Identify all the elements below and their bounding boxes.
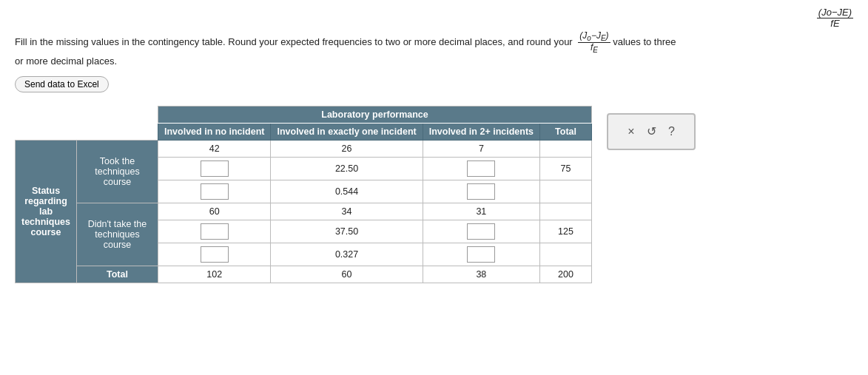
total-col1: 102 [158,266,271,283]
group1-label: Took the techniques course [77,140,158,203]
g2-r1-col4 [540,203,592,220]
g1-r2-col3-input[interactable] [467,161,495,177]
g2-r1-col1: 60 [158,203,271,220]
g2-r2-col4: 125 [540,220,592,243]
g1-r3-col1[interactable] [158,180,271,203]
g2-r3-col4 [540,243,592,266]
g1-r2-col4: 75 [540,157,592,180]
g1-r1-col3: 7 [423,140,539,157]
g2-r3-col3-input[interactable] [467,246,495,263]
main-layout: Laboratory performance Involved in no in… [15,106,853,283]
g2-r3-col3[interactable] [423,243,539,266]
group2-label: Didn't take the techniques course [77,203,158,266]
g2-r2-col3-input[interactable] [467,223,495,240]
close-icon[interactable]: × [628,125,634,138]
col-header-no-incident: Involved in no incident [158,123,271,140]
total-col4: 200 [540,266,592,283]
column-header-row: Involved in no incident Involved in exac… [16,123,592,140]
g2-r2-col1[interactable] [158,220,271,243]
g2-r1-col2: 34 [271,203,423,220]
g2-r2-col2: 37.50 [271,220,423,243]
g1-r3-col2: 0.544 [271,180,423,203]
contingency-table: Laboratory performance Involved in no in… [15,106,592,283]
send-data-button[interactable]: Send data to Excel [15,76,109,92]
g1-r1-col1: 42 [158,140,271,157]
g1-r3-col1-input[interactable] [201,183,229,200]
total-row: Total 102 60 38 200 [16,266,592,283]
g1-r2-col2: 22.50 [271,157,423,180]
table-row: Didn't take the techniques course 60 34 … [16,203,592,220]
status-row-label: Status regarding lab techniques course [16,140,77,283]
col-header-one-incident: Involved in exactly one incident [271,123,423,140]
refresh-icon[interactable]: ↺ [647,124,656,138]
col-header-total: Total [540,123,592,140]
g1-r3-col3[interactable] [423,180,539,203]
g1-r1-col2: 26 [271,140,423,157]
g2-r2-col3[interactable] [423,220,539,243]
g2-r3-col2: 0.327 [271,243,423,266]
dialog-box: × ↺ ? [607,113,696,150]
g1-r3-col4 [540,180,592,203]
formula-fraction: (Jo−JE) fE [817,7,853,30]
g1-r1-col4 [540,140,592,157]
g2-r3-col1[interactable] [158,243,271,266]
g2-r3-col1-input[interactable] [201,246,229,263]
g2-r2-col1-input[interactable] [201,223,229,240]
g2-r1-col3: 31 [423,203,539,220]
instruction-text: Fill in the missing values in the contin… [15,31,853,69]
g1-r2-col3[interactable] [423,157,539,180]
g1-r2-col1-input[interactable] [201,161,229,177]
help-icon[interactable]: ? [668,125,675,138]
total-col2: 60 [271,266,423,283]
total-label: Total [77,266,158,283]
lab-perf-header-row: Laboratory performance [16,106,592,123]
g1-r3-col3-input[interactable] [467,183,495,200]
col-header-two-plus-incidents: Involved in 2+ incidents [423,123,539,140]
table-row: Status regarding lab techniques course T… [16,140,592,157]
lab-perf-header: Laboratory performance [158,106,592,123]
total-col3: 38 [423,266,539,283]
g1-r2-col1[interactable] [158,157,271,180]
